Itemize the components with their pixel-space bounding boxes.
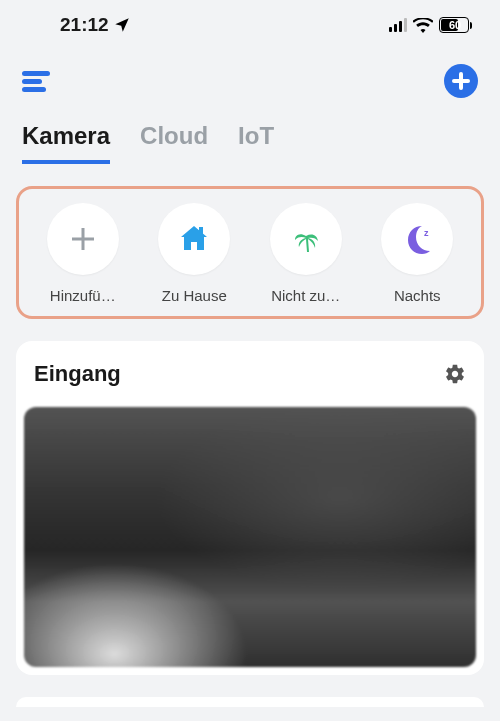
- svg-rect-8: [199, 227, 203, 234]
- svg-rect-5: [452, 79, 470, 83]
- camera-preview[interactable]: [24, 407, 476, 667]
- mode-night[interactable]: z Nachts: [367, 203, 467, 304]
- next-card-peek: [16, 697, 484, 707]
- mode-home[interactable]: Zu Hause: [144, 203, 244, 304]
- tab-cloud[interactable]: Cloud: [140, 122, 208, 164]
- battery-icon: 60: [439, 17, 472, 33]
- status-bar: 21:12 60: [0, 0, 500, 44]
- tab-kamera[interactable]: Kamera: [22, 122, 110, 164]
- add-button[interactable]: [444, 64, 478, 98]
- tab-bar: Kamera Cloud IoT: [0, 108, 500, 164]
- mode-night-label: Nachts: [372, 287, 462, 304]
- mode-away[interactable]: Nicht zu…: [256, 203, 356, 304]
- app-header: [0, 44, 500, 108]
- time-label: 21:12: [60, 14, 109, 36]
- wifi-icon: [413, 18, 433, 33]
- mode-away-label: Nicht zu…: [261, 287, 351, 304]
- camera-title: Eingang: [34, 361, 121, 387]
- svg-rect-2: [22, 87, 46, 92]
- svg-rect-1: [22, 79, 42, 84]
- mode-home-label: Zu Hause: [149, 287, 239, 304]
- menu-button[interactable]: [22, 69, 52, 93]
- house-icon: [177, 222, 211, 256]
- mode-add[interactable]: Hinzufü…: [33, 203, 133, 304]
- mode-bar: Hinzufü… Zu Hause Nicht zu… z Nachts: [16, 186, 484, 319]
- location-icon: [113, 16, 131, 34]
- camera-card: Eingang: [16, 341, 484, 675]
- svg-text:z: z: [424, 228, 429, 238]
- camera-settings-button[interactable]: [444, 363, 466, 385]
- status-indicators: 60: [389, 17, 472, 33]
- moon-icon: z: [400, 222, 434, 256]
- status-time: 21:12: [60, 14, 131, 36]
- palm-tree-icon: [289, 222, 323, 256]
- plus-icon: [67, 223, 99, 255]
- tab-iot[interactable]: IoT: [238, 122, 274, 164]
- cellular-icon: [389, 18, 407, 32]
- svg-rect-0: [22, 71, 50, 76]
- mode-add-label: Hinzufü…: [38, 287, 128, 304]
- svg-rect-7: [72, 238, 94, 241]
- battery-label: 60: [449, 19, 461, 31]
